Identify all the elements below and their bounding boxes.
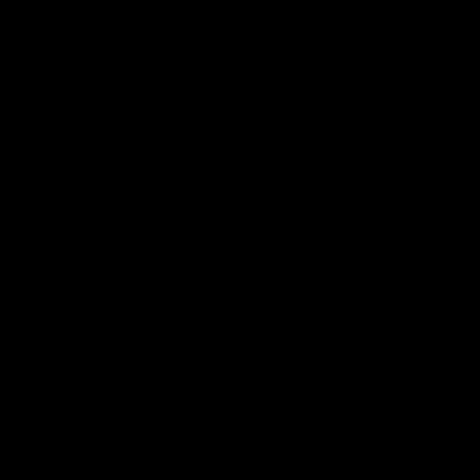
plot-area bbox=[18, 18, 458, 458]
bottleneck-curve bbox=[18, 18, 458, 458]
